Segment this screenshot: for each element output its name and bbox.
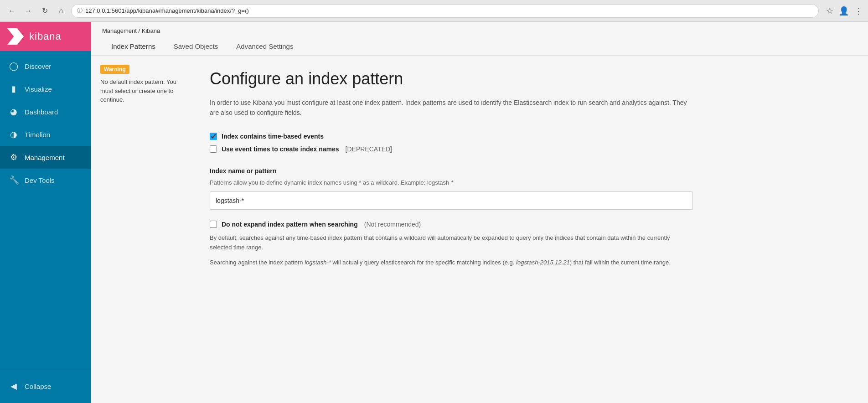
- expand-desc-2-suffix: ) that fall within the current time rang…: [570, 259, 671, 266]
- main-content: Management / Kibana Index Patterns Saved…: [91, 22, 868, 403]
- lock-icon: ⓘ: [77, 7, 83, 15]
- expand-desc-2-middle: will actually query elasticsearch for th…: [331, 259, 516, 266]
- kibana-logo-text: kibana: [29, 31, 62, 42]
- sidebar-item-timelion[interactable]: ◑ Timelion: [0, 123, 91, 146]
- collapse-button[interactable]: ◀ Collapse: [0, 375, 91, 398]
- sidebar-label-management: Management: [25, 154, 65, 161]
- expand-desc-2-italic1: logstash-*: [305, 259, 331, 266]
- checkbox-time-based-label: Index contains time-based events: [222, 133, 324, 140]
- discover-icon: ◯: [9, 61, 18, 71]
- sidebar-item-dashboard[interactable]: ◕ Dashboard: [0, 100, 91, 123]
- sidebar-item-visualize[interactable]: ▮ Visualize: [0, 78, 91, 100]
- url-text: 127.0.0.1:5601/app/kibana#/management/ki…: [85, 7, 249, 14]
- checkbox-group-top: Index contains time-based events Use eve…: [210, 133, 850, 153]
- browser-right-icons: ☆ 👤 ⋮: [826, 6, 863, 16]
- checkbox-event-times[interactable]: [210, 145, 217, 153]
- warning-panel: Warning No default index pattern. You mu…: [91, 56, 191, 403]
- warning-message: No default index pattern. You must selec…: [100, 78, 182, 104]
- expand-description-2: Searching against the index pattern logs…: [210, 258, 693, 268]
- sidebar-label-dashboard: Dashboard: [25, 108, 58, 116]
- back-button[interactable]: ←: [5, 5, 18, 17]
- timelion-icon: ◑: [9, 129, 18, 140]
- browser-chrome: ← → ↻ ⌂ ⓘ 127.0.0.1:5601/app/kibana#/man…: [0, 0, 868, 22]
- field-section-index-name: Index name or pattern Patterns allow you…: [210, 167, 850, 210]
- field-label-index-name: Index name or pattern: [210, 167, 850, 175]
- devtools-icon: 🔧: [9, 175, 18, 185]
- checkbox-no-expand-suffix: (Not recommended): [364, 221, 421, 228]
- checkbox-event-times-suffix: [DEPRECATED]: [346, 145, 392, 153]
- sidebar-label-discover: Discover: [25, 62, 51, 70]
- top-nav: Management / Kibana Index Patterns Saved…: [91, 22, 868, 56]
- reload-button[interactable]: ↻: [38, 5, 51, 17]
- visualize-icon: ▮: [9, 84, 18, 94]
- expand-desc-2-prefix: Searching against the index pattern: [210, 259, 305, 266]
- content-area: Warning No default index pattern. You mu…: [91, 56, 868, 403]
- sidebar-bottom: ◀ Collapse: [0, 369, 91, 403]
- kibana-logo-icon: [7, 28, 24, 45]
- menu-icon[interactable]: ⋮: [854, 6, 863, 16]
- address-bar[interactable]: ⓘ 127.0.0.1:5601/app/kibana#/management/…: [71, 4, 819, 18]
- breadcrumb-separator: /: [139, 27, 142, 34]
- page-title: Configure an index pattern: [210, 69, 850, 88]
- sidebar-label-timelion: Timelion: [25, 131, 50, 139]
- page-description: In order to use Kibana you must configur…: [210, 98, 693, 118]
- bookmark-icon[interactable]: ☆: [826, 6, 833, 16]
- checkbox-label-event-times[interactable]: Use event times to create index names [D…: [210, 145, 850, 153]
- sidebar-item-management[interactable]: ⚙ Management: [0, 146, 91, 169]
- tab-saved-objects[interactable]: Saved Objects: [165, 38, 227, 56]
- expand-desc-2-italic2: logstash-2015.12.21: [516, 259, 570, 266]
- form-area: Configure an index pattern In order to u…: [191, 56, 868, 403]
- collapse-icon: ◀: [9, 381, 18, 391]
- tab-advanced-settings[interactable]: Advanced Settings: [227, 38, 302, 56]
- checkbox-label-no-expand[interactable]: Do not expand index pattern when searchi…: [210, 221, 850, 228]
- collapse-label: Collapse: [25, 382, 51, 390]
- breadcrumb: Management / Kibana: [102, 22, 857, 38]
- home-button[interactable]: ⌂: [55, 5, 67, 17]
- checkbox-time-based[interactable]: [210, 133, 217, 140]
- index-name-input[interactable]: [210, 191, 693, 210]
- sidebar-label-visualize: Visualize: [25, 85, 52, 93]
- sidebar-label-devtools: Dev Tools: [25, 176, 55, 184]
- sidebar-logo[interactable]: kibana: [0, 22, 91, 51]
- checkbox-no-expand-label: Do not expand index pattern when searchi…: [222, 221, 358, 228]
- tab-index-patterns[interactable]: Index Patterns: [102, 38, 165, 56]
- tab-bar: Index Patterns Saved Objects Advanced Se…: [102, 38, 857, 55]
- profile-icon[interactable]: 👤: [839, 6, 849, 16]
- checkbox-no-expand[interactable]: [210, 221, 217, 228]
- sidebar-nav: ◯ Discover ▮ Visualize ◕ Dashboard ◑ Tim…: [0, 51, 91, 369]
- warning-badge: Warning: [100, 65, 129, 74]
- breadcrumb-current: Kibana: [142, 27, 160, 34]
- breadcrumb-prefix: Management: [102, 27, 137, 34]
- expand-checkbox-group: Do not expand index pattern when searchi…: [210, 221, 850, 267]
- checkbox-label-time-based[interactable]: Index contains time-based events: [210, 133, 850, 140]
- checkbox-event-times-label: Use event times to create index names: [222, 145, 339, 153]
- dashboard-icon: ◕: [9, 107, 18, 117]
- field-hint-index-name: Patterns allow you to define dynamic ind…: [210, 178, 850, 187]
- app-container: kibana ◯ Discover ▮ Visualize ◕ Dashboar…: [0, 22, 868, 403]
- sidebar-item-discover[interactable]: ◯ Discover: [0, 55, 91, 78]
- sidebar-item-devtools[interactable]: 🔧 Dev Tools: [0, 169, 91, 191]
- sidebar: kibana ◯ Discover ▮ Visualize ◕ Dashboar…: [0, 22, 91, 403]
- forward-button[interactable]: →: [22, 5, 35, 17]
- expand-description-1: By default, searches against any time-ba…: [210, 233, 693, 253]
- management-icon: ⚙: [9, 152, 18, 162]
